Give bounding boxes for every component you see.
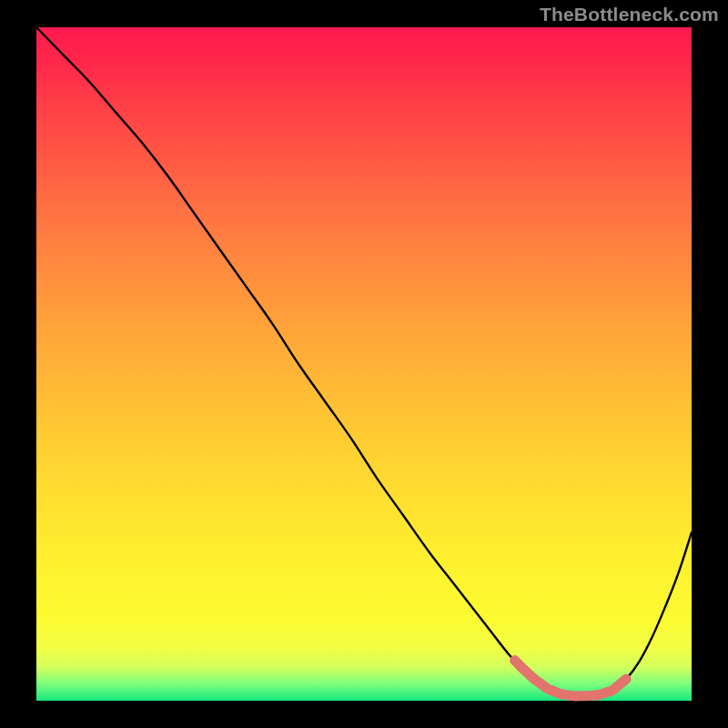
optimal-range-highlight bbox=[515, 661, 626, 696]
chart-container: TheBottleneck.com bbox=[0, 0, 728, 728]
plot-area bbox=[36, 27, 692, 701]
watermark-label: TheBottleneck.com bbox=[540, 4, 719, 25]
bottleneck-curve bbox=[36, 27, 692, 696]
chart-svg bbox=[36, 27, 692, 701]
